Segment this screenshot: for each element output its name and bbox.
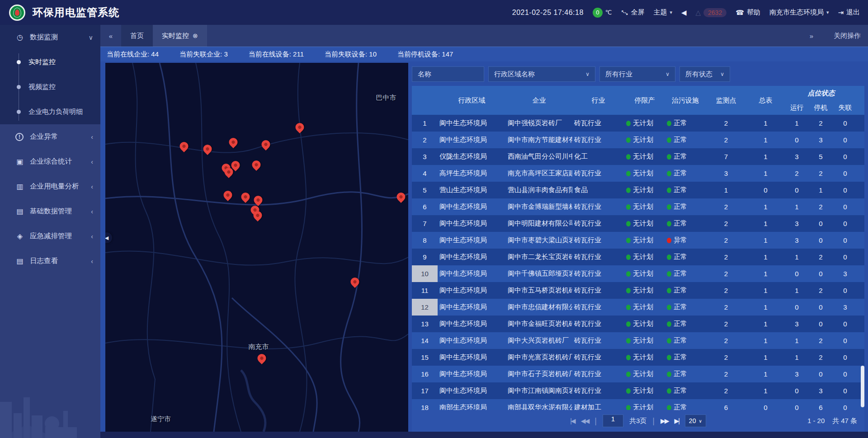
- map-pin[interactable]: [222, 189, 234, 201]
- map-pin[interactable]: [395, 191, 407, 203]
- cell-stop: 0: [809, 236, 833, 244]
- first-page-button[interactable]: |◀: [570, 417, 575, 424]
- status-select[interactable]: 所有状态 ∨: [679, 66, 730, 82]
- table-row[interactable]: 4高坪生态环境局南充市高坪区王家店建砖瓦行业无计划正常31220: [412, 165, 864, 182]
- sidebar: ◷数据监测∨实时监控视频监控企业电力负荷明细!企业异常‹▣企业综合统计‹▥企业用…: [0, 25, 100, 438]
- status-dot-green: [626, 154, 631, 160]
- status-dot-green: [626, 305, 631, 310]
- table-row[interactable]: 13阆中生态环境局阆中市金福旺页岩机砖砖瓦行业无计划正常21300: [412, 316, 864, 332]
- table-row[interactable]: 11阆中生态环境局阆中市五马桥页岩机砖砖瓦行业无计划正常21120: [412, 282, 864, 299]
- sidebar-subitem-label: 视频监控: [28, 83, 56, 91]
- tab-实时监控[interactable]: 实时监控⊗: [153, 25, 207, 47]
- prev-page-button[interactable]: ◀◀: [581, 417, 589, 424]
- sidebar-item-应急减排管理[interactable]: ◈应急减排管理‹: [0, 224, 100, 249]
- org-dropdown[interactable]: 南充市生态环境局 ▾: [769, 8, 829, 17]
- table-row[interactable]: 10阆中生态环境局阆中千佛镇五郎垭页岩砖瓦行业无计划正常21003: [412, 265, 864, 282]
- table-row[interactable]: 7阆中生态环境局阆中明阳建材有限公司砖瓦行业无计划正常21300: [412, 215, 864, 232]
- map-pin[interactable]: [202, 143, 214, 155]
- cell-total: 1: [746, 320, 785, 328]
- map-pin[interactable]: [349, 276, 361, 288]
- cell-index: 12: [412, 299, 438, 316]
- emergency-icon: ◈: [15, 232, 24, 240]
- sidebar-item-日志查看[interactable]: ▤日志查看‹: [0, 249, 100, 273]
- sidebar-item-企业用电量分析[interactable]: ▥企业用电量分析‹: [0, 174, 100, 199]
- theme-dropdown[interactable]: 主题 ▾: [653, 8, 672, 17]
- map[interactable]: 巴中市南充市遂宁市 ◀: [105, 63, 408, 432]
- region-select[interactable]: 行政区域名称 ∨: [488, 66, 595, 82]
- table-row[interactable]: 16阆中生态环境局阆中市石子页岩机砖厂砖瓦行业无计划正常21300: [412, 366, 864, 382]
- status-dot-green: [626, 388, 631, 394]
- table-row[interactable]: 14阆中生态环境局阆中大兴页岩机砖厂砖瓦行业无计划正常21120: [412, 332, 864, 349]
- last-page-button[interactable]: ▶|: [674, 417, 679, 424]
- status-dot-green: [667, 221, 671, 226]
- table-row[interactable]: 8阆中生态环境局阆中市枣碧大梁山页岩砖瓦行业无计划异常21300: [412, 232, 864, 249]
- table-row[interactable]: 6阆中生态环境局阆中市金博瑞新型墙材砖瓦行业无计划正常21120: [412, 198, 864, 215]
- cell-facility: 正常: [665, 336, 706, 345]
- name-search-input[interactable]: 名称: [412, 66, 484, 82]
- cell-stop: 2: [809, 119, 833, 127]
- close-operations-button[interactable]: 关闭操作: [834, 32, 861, 40]
- page-number-input[interactable]: 1: [603, 414, 623, 427]
- map-pin[interactable]: [178, 140, 190, 152]
- tab-label: 实时监控: [162, 32, 189, 40]
- map-pin[interactable]: [250, 159, 263, 171]
- cell-lost: 0: [833, 253, 858, 261]
- cell-industry: 砖瓦行业: [572, 119, 624, 127]
- cell-stop: 2: [809, 203, 833, 211]
- status-dot-green: [626, 204, 631, 210]
- range-text: 1 - 20: [807, 417, 825, 424]
- tab-首页[interactable]: 首页: [121, 25, 153, 47]
- cell-index: 9: [412, 253, 438, 261]
- sidebar-subitem-实时监控[interactable]: 实时监控: [0, 50, 100, 75]
- col-run: 运行: [785, 100, 809, 115]
- sidebar-item-基础数据管理[interactable]: ▤基础数据管理‹: [0, 199, 100, 224]
- temperature-value: 0: [593, 8, 603, 18]
- notification-button[interactable]: △ 2632: [696, 8, 727, 17]
- cell-region: 阆中生态环境局: [438, 370, 506, 378]
- table-row[interactable]: 5营山生态环境局营山县润丰肉食品有限食品无计划正常10010: [412, 182, 864, 198]
- table-row[interactable]: 15阆中生态环境局阆中市光富页岩机砖厂砖瓦行业无计划正常21120: [412, 349, 864, 366]
- map-pin[interactable]: [294, 121, 306, 133]
- tabs-scroll-right-button[interactable]: »: [801, 32, 822, 40]
- cell-industry: 砖瓦行业: [572, 320, 624, 328]
- sidebar-subitem-企业电力负荷明细[interactable]: 企业电力负荷明细: [0, 99, 100, 124]
- table-row[interactable]: 3仪陇生态环境局西南油气田分公司川中化工无计划正常71350: [412, 148, 864, 165]
- map-pin[interactable]: [240, 191, 252, 203]
- industry-select[interactable]: 所有行业 ∨: [599, 66, 675, 82]
- map-pin[interactable]: [252, 194, 264, 206]
- sidebar-submenu: 实时监控视频监控企业电力负荷明细: [0, 50, 100, 124]
- close-icon[interactable]: ⊗: [193, 32, 198, 39]
- help-button[interactable]: ☎ 帮助: [736, 8, 760, 17]
- table-row[interactable]: 1阆中生态环境局阆中强锐页岩砖厂砖瓦行业无计划正常21120: [412, 115, 864, 132]
- map-pin[interactable]: [260, 138, 272, 151]
- cell-total: 1: [746, 353, 785, 361]
- page-size-select[interactable]: 20 ∨: [685, 414, 706, 427]
- cell-stop: 5: [809, 153, 833, 160]
- table-row[interactable]: 18南部生态环境局南部县双华水泥有限公建材加工无计划正常60060: [412, 399, 864, 410]
- sidebar-item-企业异常[interactable]: !企业异常‹: [0, 124, 100, 149]
- table-row[interactable]: 17阆中生态环境局阆中市江南镇阆南页岩砖瓦行业无计划正常21030: [412, 382, 864, 399]
- stat-item: 当前在线设备: 211: [249, 50, 304, 59]
- region-select-value: 行政区域名称: [494, 70, 535, 79]
- sidebar-item-数据监测[interactable]: ◷数据监测∨: [0, 25, 100, 50]
- cell-industry: 砖瓦行业: [572, 253, 624, 261]
- fullscreen-button[interactable]: ↖↘ 全屏: [621, 8, 644, 17]
- table-row[interactable]: 2阆中生态环境局阆中市南方节能建材有砖瓦行业无计划正常21030: [412, 132, 864, 148]
- stat-value: 10: [369, 50, 377, 58]
- mute-button[interactable]: ◀: [681, 9, 687, 16]
- map-pin[interactable]: [227, 136, 239, 148]
- tabs-scroll-left-button[interactable]: «: [100, 25, 121, 47]
- chevron-icon: ‹: [91, 208, 93, 215]
- scrollbar-thumb[interactable]: [861, 366, 864, 407]
- sidebar-subitem-视频监控[interactable]: 视频监控: [0, 75, 100, 99]
- cell-total: 1: [746, 337, 785, 344]
- logout-button[interactable]: ⇥ 退出: [838, 8, 860, 17]
- map-pin[interactable]: [256, 352, 268, 364]
- cell-lost: 0: [833, 320, 858, 328]
- next-page-button[interactable]: ▶▶: [660, 417, 669, 424]
- table-row[interactable]: 9阆中生态环境局阆中市二龙长宝页岩砖砖瓦行业无计划正常21120: [412, 249, 864, 265]
- col-point-status: 点位状态: [785, 86, 858, 100]
- sidebar-item-企业综合统计[interactable]: ▣企业综合统计‹: [0, 149, 100, 174]
- top-bar: 环保用电监管系统 2021-02-25 17:46:18 0 ℃ ↖↘ 全屏 主…: [0, 0, 868, 25]
- table-row[interactable]: 12阆中生态环境局阆中市忠信建材有限公砖瓦行业无计划正常21003: [412, 299, 864, 316]
